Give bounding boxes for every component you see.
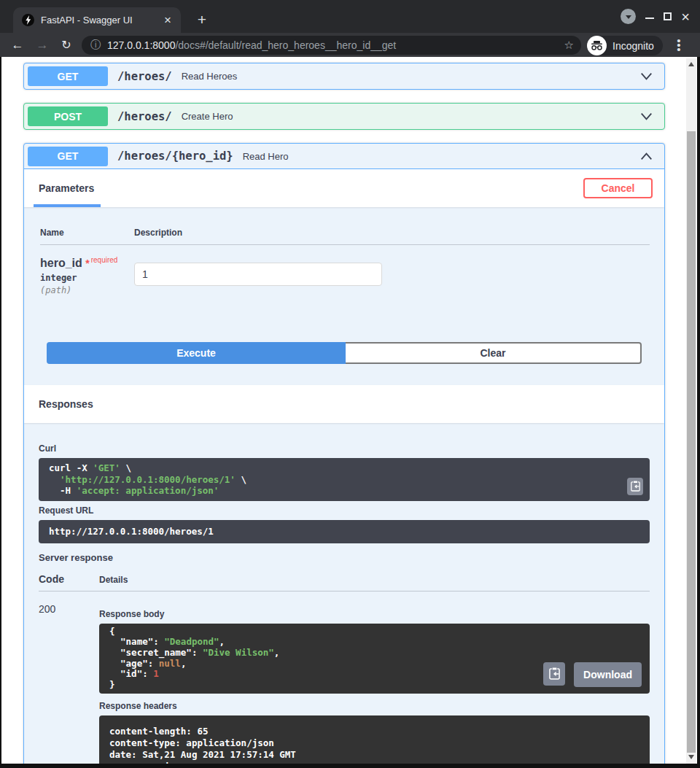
swagger-page: GET /heroes/ Read Heroes POST /heroes/ C…: [1, 57, 697, 764]
url-path: /docs#/default/read_hero_heroes__hero_id…: [175, 39, 396, 51]
json-string-value: "Dive Wilson": [203, 647, 274, 658]
execute-button[interactable]: Execute: [47, 342, 346, 364]
new-tab-button[interactable]: +: [192, 10, 211, 29]
chevron-down-icon[interactable]: [640, 72, 653, 80]
server-response-label: Server response: [39, 552, 650, 563]
method-badge-get: GET: [28, 66, 108, 86]
operation-summary: Create Hero: [182, 111, 640, 122]
incognito-icon: [587, 36, 607, 55]
parameters-tab[interactable]: Parameters: [39, 182, 94, 194]
incognito-badge: Incognito: [587, 36, 663, 55]
window-controls: ×: [621, 0, 700, 33]
scrollbar-thumb[interactable]: [687, 131, 696, 753]
minimize-button[interactable]: [645, 18, 654, 19]
response-headers-label: Response headers: [99, 701, 650, 711]
response-body-block: { "name": "Deadpond", "secret_name": "Di…: [99, 624, 650, 694]
window-menu-icon[interactable]: [621, 9, 636, 24]
reload-button[interactable]: ↻: [58, 38, 75, 52]
response-row: 200 Response body { "name": "Deadpond", …: [39, 591, 650, 764]
curl-command-block: curl -X 'GET' \ 'http://127.0.0.1:8000/h…: [39, 458, 650, 501]
response-headers-text: content-length: 65 content-type: applica…: [109, 726, 296, 764]
tab-title: FastAPI - Swagger UI: [41, 15, 162, 26]
parameter-row: hero_id *required integer (path): [40, 245, 650, 295]
json-null-value: null: [159, 658, 181, 669]
bookmark-star-icon[interactable]: ☆: [564, 39, 574, 52]
copy-to-clipboard-button[interactable]: [543, 662, 565, 686]
incognito-label: Incognito: [612, 40, 654, 52]
json-number-value: 1: [153, 668, 159, 679]
parameter-location: (path): [40, 285, 134, 295]
maximize-button[interactable]: [664, 12, 672, 20]
site-info-icon[interactable]: ⓘ: [90, 39, 101, 52]
opblock-post-heroes: POST /heroes/ Create Hero: [23, 103, 665, 130]
browser-window: FastAPI - Swagger UI × + × ← → ↻ ⓘ 127.0…: [0, 0, 700, 768]
json-key: "age": [120, 658, 148, 669]
operation-path[interactable]: /heroes/: [117, 70, 172, 83]
curl-text: curl -X: [49, 462, 93, 473]
page-scrollbar[interactable]: [686, 58, 696, 764]
scrollbar-down-arrow-icon[interactable]: [688, 755, 694, 759]
active-tab-underline: [34, 204, 101, 207]
clear-button[interactable]: Clear: [346, 342, 642, 364]
cancel-button[interactable]: Cancel: [583, 178, 653, 198]
fastapi-favicon-icon: [22, 14, 34, 26]
operation-path[interactable]: /heroes/: [117, 110, 172, 123]
request-url-text: http://127.0.0.1:8000/heroes/1: [49, 526, 214, 537]
parameters-table: Name Description hero_id *required integ…: [40, 228, 650, 295]
operation-summary: Read Hero: [243, 151, 640, 162]
parameters-table-head: Name Description: [40, 228, 650, 245]
address-bar[interactable]: ⓘ 127.0.0.1:8000/docs#/default/read_hero…: [82, 36, 581, 55]
opblock-get-hero-header[interactable]: GET /heroes/{hero_id} Read Hero: [24, 144, 664, 169]
hero-id-input[interactable]: [134, 263, 382, 286]
curl-label: Curl: [39, 443, 650, 454]
download-button[interactable]: Download: [574, 662, 642, 687]
chevron-down-icon[interactable]: [640, 112, 653, 120]
column-header-details: Details: [99, 575, 650, 585]
required-label: required: [91, 256, 118, 264]
responses-section-header: Responses: [24, 385, 664, 423]
browser-menu-icon[interactable]: •••: [674, 39, 683, 52]
scrollbar-up-arrow-icon[interactable]: [688, 62, 694, 66]
request-url-block: http://127.0.0.1:8000/heroes/1: [39, 520, 650, 543]
parameters-section-header: Parameters Cancel: [24, 169, 664, 207]
opblock-post-heroes-header[interactable]: POST /heroes/ Create Hero: [24, 104, 664, 129]
forward-button[interactable]: →: [34, 38, 51, 53]
url-host: 127.0.0.1:8000: [107, 39, 175, 51]
status-code: 200: [39, 603, 99, 764]
method-badge-post: POST: [28, 106, 108, 126]
json-key: "name": [120, 636, 153, 647]
response-details-cell: Response body { "name": "Deadpond", "sec…: [99, 603, 650, 764]
request-url-label: Request URL: [39, 505, 650, 516]
opblock-get-hero-expanded: GET /heroes/{hero_id} Read Hero Paramete…: [23, 143, 665, 764]
copy-to-clipboard-button[interactable]: [627, 478, 643, 495]
opblock-get-heroes: GET /heroes/ Read Heroes: [23, 63, 665, 90]
execute-row: Execute Clear: [47, 342, 642, 364]
parameter-description-cell: [134, 256, 650, 295]
responses-title: Responses: [39, 398, 93, 410]
opblock-get-heroes-header[interactable]: GET /heroes/ Read Heroes: [24, 63, 664, 89]
back-button[interactable]: ←: [9, 38, 26, 53]
tab-close-icon[interactable]: ×: [162, 14, 174, 26]
parameter-name-cell: hero_id *required integer (path): [40, 256, 134, 295]
column-header-description: Description: [134, 228, 650, 238]
close-window-button[interactable]: ×: [681, 10, 690, 23]
response-body-label: Response body: [99, 609, 650, 619]
responses-content: Curl curl -X 'GET' \ 'http://127.0.0.1:8…: [24, 423, 664, 764]
url-text[interactable]: 127.0.0.1:8000/docs#/default/read_hero_h…: [107, 39, 559, 51]
swagger-operations: GET /heroes/ Read Heroes POST /heroes/ C…: [23, 63, 665, 764]
operation-path[interactable]: /heroes/{hero_id}: [117, 150, 233, 163]
column-header-name: Name: [40, 228, 134, 238]
parameter-type: integer: [40, 273, 134, 283]
json-key: "secret_name": [120, 647, 192, 658]
parameter-name: hero_id: [40, 257, 82, 269]
response-headers-block: content-length: 65 content-type: applica…: [99, 715, 650, 764]
chevron-up-icon[interactable]: [640, 152, 653, 160]
json-string-value: "Deadpond": [164, 636, 219, 647]
json-key: "id": [120, 668, 142, 679]
required-star: *: [85, 257, 89, 269]
method-badge-get: GET: [28, 147, 108, 166]
browser-tab-active[interactable]: FastAPI - Swagger UI ×: [13, 7, 181, 33]
browser-titlebar: FastAPI - Swagger UI × + ×: [0, 0, 700, 33]
response-table-head: Code Details: [39, 573, 650, 591]
column-header-code: Code: [39, 573, 99, 585]
